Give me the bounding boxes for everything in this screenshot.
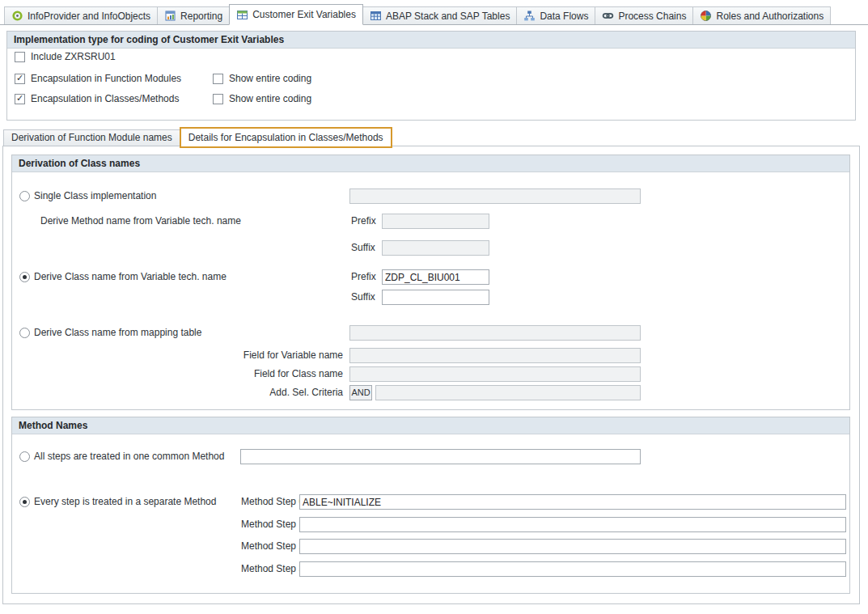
field-class-name-row: Field for Class name (12, 366, 849, 382)
class-suffix-label: Suffix (351, 290, 375, 305)
method-step-1-row: Method Step 1 (12, 517, 849, 532)
method-suffix-input[interactable] (382, 240, 489, 256)
derive-class-from-variable-label: Derive Class name from Variable tech. na… (34, 269, 227, 285)
tab-label: Data Flows (540, 11, 588, 22)
method-step-0-input[interactable] (299, 494, 846, 510)
derive-class-from-variable-radio[interactable] (19, 272, 30, 282)
process-chains-icon (602, 10, 614, 22)
method-step-3-input[interactable] (299, 561, 846, 577)
method-prefix-label: Prefix (351, 214, 376, 229)
classes-methods-panel: Derivation of Class names Single Class i… (2, 146, 860, 604)
separate-method-radio[interactable] (19, 497, 30, 507)
field-variable-name-row: Field for Variable name (12, 348, 849, 363)
tab-label: InfoProvider and InfoObjects (28, 11, 150, 22)
mapping-table-row: Derive Class name from mapping table (12, 325, 849, 341)
tab-infoprovider-and-infoobjects[interactable]: InfoProvider and InfoObjects (4, 6, 158, 24)
method-step-3-row: Method Step 3 (12, 561, 849, 577)
encapsulation-function-modules-row: Encapsulation in Function Modules Show e… (15, 72, 311, 85)
include-zxrsru01-checkbox[interactable] (15, 52, 25, 62)
common-method-row: All steps are treated in one common Meth… (12, 449, 849, 464)
encapsulation-classes-methods-checkbox[interactable] (15, 94, 25, 104)
derivation-class-names-groupbox: Derivation of Class names Single Class i… (11, 155, 850, 410)
class-suffix-input[interactable] (382, 290, 489, 305)
field-variable-name-input[interactable] (349, 348, 641, 363)
main-tabbar: InfoProvider and InfoObjects Reporting C… (0, 2, 868, 25)
method-step-2-input[interactable] (299, 539, 846, 554)
field-class-name-input[interactable] (349, 366, 641, 382)
class-suffix-row: Suffix (12, 290, 849, 305)
class-prefix-input[interactable] (382, 269, 489, 285)
detail-subtabs: Derivation of Function Module names Deta… (3, 128, 392, 146)
derivation-class-names-header: Derivation of Class names (12, 155, 849, 172)
tab-reporting[interactable]: Reporting (157, 6, 230, 24)
single-class-radio[interactable] (19, 191, 30, 201)
method-step-1-input[interactable] (299, 517, 846, 532)
derive-method-name-label: Derive Method name from Variable tech. n… (40, 214, 241, 229)
field-class-name-label: Field for Class name (40, 366, 343, 382)
method-step-1-label: Method Step 1 (241, 517, 304, 532)
show-entire-coding-cm-checkbox[interactable] (213, 94, 223, 104)
checkbox-label: Show entire coding (229, 93, 311, 104)
method-step-2-row: Method Step 2 (12, 539, 849, 554)
method-names-groupbox: Method Names All steps are treated in on… (11, 417, 850, 594)
encapsulation-classes-methods-row: Encapsulation in Classes/Methods Show en… (15, 92, 311, 105)
checkbox-label: Encapsulation in Classes/Methods (31, 93, 213, 104)
criteria-input[interactable] (375, 385, 641, 400)
tab-label: Roles and Authorizations (716, 11, 824, 22)
criteria-operator-box[interactable]: AND (349, 385, 372, 400)
mapping-table-input[interactable] (349, 325, 641, 341)
checkbox-label: Show entire coding (229, 73, 311, 84)
tab-customer-exit-variables[interactable]: Customer Exit Variables (229, 4, 363, 25)
abap-tables-icon (370, 10, 382, 22)
encapsulation-function-modules-checkbox[interactable] (15, 74, 25, 84)
show-entire-coding-fm-checkbox[interactable] (213, 74, 223, 84)
method-suffix-label: Suffix (351, 240, 375, 256)
add-sel-criteria-label: Add. Sel. Criteria (40, 385, 343, 400)
method-suffix-row: Suffix (12, 240, 849, 256)
mapping-table-label: Derive Class name from mapping table (34, 325, 201, 341)
single-class-row: Single Class implementation (12, 188, 849, 204)
method-names-header: Method Names (12, 417, 849, 434)
tab-process-chains[interactable]: Process Chains (595, 6, 693, 24)
class-prefix-label: Prefix (351, 269, 376, 285)
reporting-icon (164, 10, 176, 22)
add-sel-criteria-row: Add. Sel. Criteria AND (12, 385, 849, 400)
checkbox-label: Include ZXRSRU01 (31, 51, 116, 62)
include-zxrsru01-row: Include ZXRSRU01 (15, 50, 116, 63)
separate-method-row: Every step is treated in a separate Meth… (12, 494, 849, 510)
single-class-input[interactable] (349, 188, 641, 204)
method-step-2-label: Method Step 2 (241, 539, 304, 554)
checkbox-label: Encapsulation in Function Modules (31, 73, 213, 84)
tab-abap-stack-and-sap-tables[interactable]: ABAP Stack and SAP Tables (362, 6, 517, 24)
field-variable-name-label: Field for Variable name (40, 348, 343, 363)
subtab-label: Derivation of Function Module names (11, 132, 172, 143)
mapping-table-radio[interactable] (19, 328, 30, 338)
common-method-label: All steps are treated in one common Meth… (34, 449, 224, 464)
common-method-radio[interactable] (19, 451, 30, 462)
tab-label: ABAP Stack and SAP Tables (386, 11, 510, 22)
method-step-0-label: Method Step 0 (241, 494, 304, 510)
subtab-derivation-function-module-names[interactable]: Derivation of Function Module names (3, 129, 180, 146)
data-flows-icon (523, 10, 536, 22)
tab-label: Reporting (180, 11, 222, 22)
implementation-type-groupbox: Implementation type for coding of Custom… (6, 31, 856, 121)
common-method-input[interactable] (240, 449, 641, 464)
derive-class-from-variable-row: Derive Class name from Variable tech. na… (12, 269, 849, 285)
roles-authorizations-icon (700, 10, 712, 22)
subtab-label: Details for Encapsulation in Classes/Met… (188, 132, 383, 143)
method-prefix-input[interactable] (382, 214, 489, 229)
tab-roles-and-authorizations[interactable]: Roles and Authorizations (692, 6, 831, 24)
tab-data-flows[interactable]: Data Flows (516, 6, 595, 24)
implementation-type-header: Implementation type for coding of Custom… (7, 32, 855, 49)
infoprovider-icon (11, 10, 23, 22)
customer-exit-variables-icon (236, 9, 248, 21)
method-step-3-label: Method Step 3 (241, 561, 304, 577)
tab-label: Customer Exit Variables (252, 9, 356, 20)
single-class-label: Single Class implementation (34, 188, 156, 204)
derive-method-name-row: Derive Method name from Variable tech. n… (12, 214, 849, 229)
customer-exit-variables-screen: InfoProvider and InfoObjects Reporting C… (0, 0, 868, 614)
tab-label: Process Chains (618, 11, 686, 22)
separate-method-label: Every step is treated in a separate Meth… (34, 494, 216, 510)
subtab-details-encapsulation-classes-methods[interactable]: Details for Encapsulation in Classes/Met… (180, 128, 392, 146)
